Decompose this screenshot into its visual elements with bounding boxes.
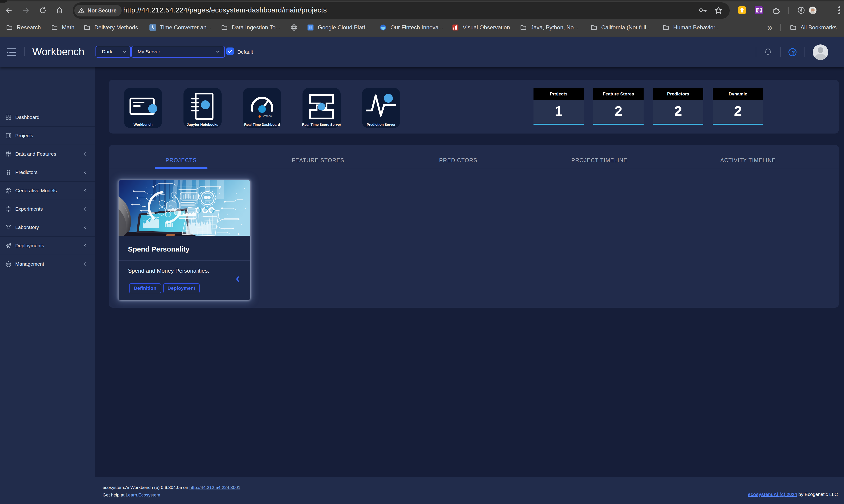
svg-text:27%: 27% xyxy=(169,205,173,207)
svg-text:Grafana: Grafana xyxy=(262,114,272,118)
svg-text:N: N xyxy=(756,8,759,13)
